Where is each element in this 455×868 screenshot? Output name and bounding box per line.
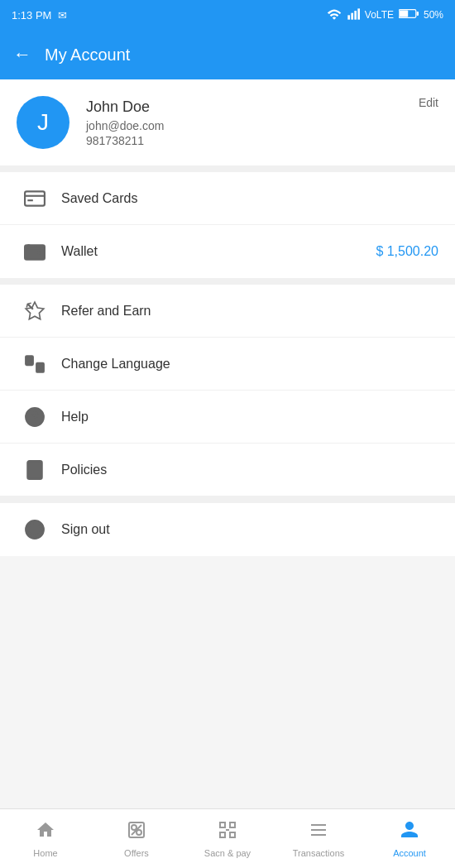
change-language-label: Change Language [53, 357, 438, 372]
card-icon [17, 188, 53, 209]
transactions-icon [309, 820, 328, 845]
nav-item-offers[interactable]: Offers [91, 809, 182, 868]
status-left: 1:13 PM ✉ [12, 9, 67, 22]
refer-earn-label: Refer and Earn [53, 304, 438, 319]
nav-item-account[interactable]: Account [364, 809, 455, 868]
menu-item-wallet[interactable]: Wallet $ 1,500.20 [0, 225, 455, 278]
app-header: ← My Account [0, 30, 455, 79]
svg-text:あ: あ [38, 366, 42, 371]
user-info: John Doe john@doe.com 981738211 [86, 98, 438, 147]
menu-item-sign-out[interactable]: Sign out [0, 503, 455, 556]
signout-icon [17, 519, 53, 540]
wallet-value: $ 1,500.20 [376, 244, 438, 259]
menu-item-change-language[interactable]: A あ Change Language [0, 338, 455, 391]
svg-rect-31 [230, 832, 235, 837]
status-bar: 1:13 PM ✉ VoLTE 50% [0, 0, 455, 30]
wallet-icon [17, 241, 53, 262]
edit-button[interactable]: Edit [419, 96, 438, 109]
status-time: 1:13 PM [12, 9, 51, 22]
menu-section-misc: Refer and Earn A あ Change Language [0, 285, 455, 556]
sign-out-label: Sign out [53, 522, 438, 537]
svg-rect-6 [400, 11, 408, 17]
policies-icon [17, 459, 53, 481]
offers-icon [127, 820, 146, 845]
nav-item-scan-pay[interactable]: Sacn & pay [182, 809, 273, 868]
menu-section-cards-wallet: Saved Cards Wallet $ 1,500.20 [0, 172, 455, 278]
help-icon [17, 406, 53, 428]
user-email: john@doe.com [86, 119, 438, 132]
svg-rect-29 [230, 822, 235, 827]
avatar: J [17, 96, 69, 149]
nav-offers-label: Offers [124, 848, 149, 858]
user-phone: 981738211 [86, 134, 438, 147]
menu-item-refer-earn[interactable]: Refer and Earn [0, 285, 455, 338]
back-button[interactable]: ← [13, 44, 31, 65]
svg-rect-7 [25, 191, 45, 205]
svg-rect-5 [417, 12, 419, 16]
svg-rect-0 [347, 15, 350, 19]
battery-icon [399, 8, 419, 22]
svg-rect-1 [351, 12, 353, 19]
separator-1 [0, 278, 455, 285]
svg-point-25 [136, 830, 141, 835]
menu-item-help[interactable]: Help [0, 391, 455, 444]
nav-home-label: Home [33, 848, 57, 858]
nav-scan-pay-label: Sacn & pay [204, 848, 251, 858]
nav-account-label: Account [393, 848, 426, 858]
bottom-nav: Home Offers Sacn & pay [0, 808, 455, 868]
separator-2 [0, 496, 455, 503]
policies-label: Policies [53, 463, 438, 477]
page-title: My Account [45, 46, 130, 65]
home-icon [36, 820, 55, 845]
nav-item-transactions[interactable]: Transactions [273, 809, 364, 868]
profile-section: J John Doe john@doe.com 981738211 Edit [0, 79, 455, 172]
svg-rect-3 [357, 8, 360, 19]
language-icon: A あ [17, 353, 53, 375]
refer-icon [17, 300, 53, 322]
svg-rect-9 [27, 199, 33, 201]
svg-text:A: A [27, 357, 32, 364]
svg-rect-28 [220, 822, 225, 827]
user-name: John Doe [86, 98, 438, 116]
svg-point-24 [132, 825, 136, 830]
network-type: VoLTE [365, 9, 394, 21]
battery-percent: 50% [424, 9, 443, 21]
wallet-label: Wallet [53, 244, 376, 259]
saved-cards-label: Saved Cards [53, 191, 438, 206]
status-right: VoLTE 50% [327, 8, 443, 22]
cell-icon [347, 8, 360, 22]
wifi-icon [327, 8, 342, 22]
scan-icon [218, 820, 237, 845]
email-icon: ✉ [58, 9, 67, 22]
svg-rect-2 [354, 11, 357, 20]
menu-item-saved-cards[interactable]: Saved Cards [0, 172, 455, 225]
nav-transactions-label: Transactions [293, 848, 345, 858]
account-icon [400, 820, 419, 845]
nav-item-home[interactable]: Home [0, 809, 91, 868]
menu-item-policies[interactable]: Policies [0, 444, 455, 496]
help-label: Help [53, 410, 438, 424]
svg-rect-30 [220, 832, 225, 837]
